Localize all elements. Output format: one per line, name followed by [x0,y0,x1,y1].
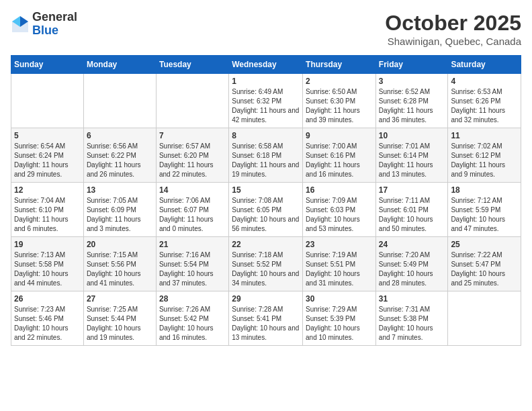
calendar-cell [156,74,228,128]
day-info: Sunrise: 6:57 AM Sunset: 6:20 PM Dayligh… [159,142,226,179]
day-number: 15 [232,185,300,195]
weekday-header: Monday [83,56,156,74]
title-section: October 2025 Shawinigan, Quebec, Canada [385,11,521,47]
day-number: 7 [159,131,226,140]
day-number: 17 [379,185,445,195]
logo: General Blue [11,11,77,38]
day-number: 14 [159,185,226,195]
day-info: Sunrise: 7:02 AM Sunset: 6:12 PM Dayligh… [451,142,518,179]
calendar-cell: 17Sunrise: 7:11 AM Sunset: 6:01 PM Dayli… [375,183,448,237]
calendar-cell: 7Sunrise: 6:57 AM Sunset: 6:20 PM Daylig… [156,128,228,183]
day-info: Sunrise: 7:20 AM Sunset: 5:49 PM Dayligh… [379,250,445,288]
day-number: 20 [87,240,153,249]
calendar-cell: 8Sunrise: 6:58 AM Sunset: 6:18 PM Daylig… [229,128,303,183]
month-title: October 2025 [385,11,521,36]
day-info: Sunrise: 6:50 AM Sunset: 6:30 PM Dayligh… [306,87,373,125]
calendar-cell: 6Sunrise: 6:56 AM Sunset: 6:22 PM Daylig… [83,128,156,183]
day-info: Sunrise: 7:08 AM Sunset: 6:05 PM Dayligh… [232,196,300,234]
day-info: Sunrise: 7:04 AM Sunset: 6:10 PM Dayligh… [14,196,81,234]
day-info: Sunrise: 7:15 AM Sunset: 5:56 PM Dayligh… [87,250,153,288]
day-info: Sunrise: 6:53 AM Sunset: 6:26 PM Dayligh… [451,87,518,125]
calendar-cell: 28Sunrise: 7:26 AM Sunset: 5:42 PM Dayli… [156,291,228,346]
calendar-week-row: 5Sunrise: 6:54 AM Sunset: 6:24 PM Daylig… [11,128,521,183]
page-header: General Blue October 2025 Shawinigan, Qu… [11,11,521,47]
day-info: Sunrise: 7:22 AM Sunset: 5:47 PM Dayligh… [451,250,518,288]
day-number: 28 [159,294,226,304]
day-info: Sunrise: 7:16 AM Sunset: 5:54 PM Dayligh… [159,250,226,288]
day-number: 16 [306,185,373,195]
day-info: Sunrise: 7:29 AM Sunset: 5:39 PM Dayligh… [306,305,373,342]
calendar-cell: 15Sunrise: 7:08 AM Sunset: 6:05 PM Dayli… [229,183,303,237]
day-info: Sunrise: 6:58 AM Sunset: 6:18 PM Dayligh… [232,142,300,179]
calendar-cell [448,291,521,346]
calendar-cell: 20Sunrise: 7:15 AM Sunset: 5:56 PM Dayli… [83,237,156,291]
logo-general: General [32,11,77,24]
day-number: 30 [306,294,373,304]
day-info: Sunrise: 7:26 AM Sunset: 5:42 PM Dayligh… [159,305,226,342]
day-info: Sunrise: 7:31 AM Sunset: 5:38 PM Dayligh… [379,305,445,342]
day-number: 9 [306,131,373,140]
calendar-cell: 1Sunrise: 6:49 AM Sunset: 6:32 PM Daylig… [229,74,303,128]
day-number: 18 [451,185,518,195]
day-info: Sunrise: 6:52 AM Sunset: 6:28 PM Dayligh… [379,87,445,125]
day-info: Sunrise: 6:49 AM Sunset: 6:32 PM Dayligh… [232,87,300,125]
weekday-header: Wednesday [229,56,303,74]
day-info: Sunrise: 7:13 AM Sunset: 5:58 PM Dayligh… [14,250,81,288]
calendar-cell: 23Sunrise: 7:19 AM Sunset: 5:51 PM Dayli… [303,237,376,291]
day-info: Sunrise: 7:06 AM Sunset: 6:07 PM Dayligh… [159,196,226,234]
calendar-cell: 4Sunrise: 6:53 AM Sunset: 6:26 PM Daylig… [448,74,521,128]
calendar-cell: 19Sunrise: 7:13 AM Sunset: 5:58 PM Dayli… [11,237,84,291]
calendar-cell: 16Sunrise: 7:09 AM Sunset: 6:03 PM Dayli… [303,183,376,237]
day-number: 12 [14,185,81,195]
calendar-cell: 3Sunrise: 6:52 AM Sunset: 6:28 PM Daylig… [375,74,448,128]
day-info: Sunrise: 6:56 AM Sunset: 6:22 PM Dayligh… [87,142,153,179]
day-info: Sunrise: 7:28 AM Sunset: 5:41 PM Dayligh… [232,305,300,342]
calendar-cell: 29Sunrise: 7:28 AM Sunset: 5:41 PM Dayli… [229,291,303,346]
logo-blue: Blue [32,24,77,38]
day-info: Sunrise: 7:19 AM Sunset: 5:51 PM Dayligh… [306,250,373,288]
day-number: 25 [451,240,518,249]
calendar-cell: 5Sunrise: 6:54 AM Sunset: 6:24 PM Daylig… [11,128,84,183]
day-info: Sunrise: 7:23 AM Sunset: 5:46 PM Dayligh… [14,305,81,342]
calendar-cell: 2Sunrise: 6:50 AM Sunset: 6:30 PM Daylig… [303,74,376,128]
day-info: Sunrise: 7:00 AM Sunset: 6:16 PM Dayligh… [306,142,373,179]
day-number: 27 [87,294,153,304]
calendar-cell: 9Sunrise: 7:00 AM Sunset: 6:16 PM Daylig… [303,128,376,183]
calendar-cell: 30Sunrise: 7:29 AM Sunset: 5:39 PM Dayli… [303,291,376,346]
day-number: 21 [159,240,226,249]
calendar-cell: 14Sunrise: 7:06 AM Sunset: 6:07 PM Dayli… [156,183,228,237]
day-info: Sunrise: 7:05 AM Sunset: 6:09 PM Dayligh… [87,196,153,234]
calendar-cell: 25Sunrise: 7:22 AM Sunset: 5:47 PM Dayli… [448,237,521,291]
weekday-header-row: SundayMondayTuesdayWednesdayThursdayFrid… [11,56,521,74]
weekday-header: Friday [375,56,448,74]
calendar-cell: 10Sunrise: 7:01 AM Sunset: 6:14 PM Dayli… [375,128,448,183]
day-number: 19 [14,240,81,249]
day-info: Sunrise: 7:12 AM Sunset: 5:59 PM Dayligh… [451,196,518,234]
calendar-cell [11,74,84,128]
day-info: Sunrise: 6:54 AM Sunset: 6:24 PM Dayligh… [14,142,81,179]
weekday-header: Saturday [448,56,521,74]
calendar-week-row: 26Sunrise: 7:23 AM Sunset: 5:46 PM Dayli… [11,291,521,346]
calendar-week-row: 1Sunrise: 6:49 AM Sunset: 6:32 PM Daylig… [11,74,521,128]
calendar-cell: 12Sunrise: 7:04 AM Sunset: 6:10 PM Dayli… [11,183,84,237]
calendar-cell: 26Sunrise: 7:23 AM Sunset: 5:46 PM Dayli… [11,291,84,346]
day-number: 8 [232,131,300,140]
logo-text: General Blue [32,11,77,38]
day-number: 13 [87,185,153,195]
day-number: 29 [232,294,300,304]
day-number: 5 [14,131,81,140]
calendar-cell: 11Sunrise: 7:02 AM Sunset: 6:12 PM Dayli… [448,128,521,183]
calendar-cell: 22Sunrise: 7:18 AM Sunset: 5:52 PM Dayli… [229,237,303,291]
calendar-cell: 21Sunrise: 7:16 AM Sunset: 5:54 PM Dayli… [156,237,228,291]
calendar-cell: 24Sunrise: 7:20 AM Sunset: 5:49 PM Dayli… [375,237,448,291]
calendar-week-row: 12Sunrise: 7:04 AM Sunset: 6:10 PM Dayli… [11,183,521,237]
day-number: 22 [232,240,300,249]
day-number: 3 [379,77,445,86]
calendar-cell: 27Sunrise: 7:25 AM Sunset: 5:44 PM Dayli… [83,291,156,346]
logo-icon [11,15,30,34]
calendar-cell: 18Sunrise: 7:12 AM Sunset: 5:59 PM Dayli… [448,183,521,237]
day-number: 31 [379,294,445,304]
day-number: 6 [87,131,153,140]
calendar-cell: 31Sunrise: 7:31 AM Sunset: 5:38 PM Dayli… [375,291,448,346]
weekday-header: Tuesday [156,56,228,74]
